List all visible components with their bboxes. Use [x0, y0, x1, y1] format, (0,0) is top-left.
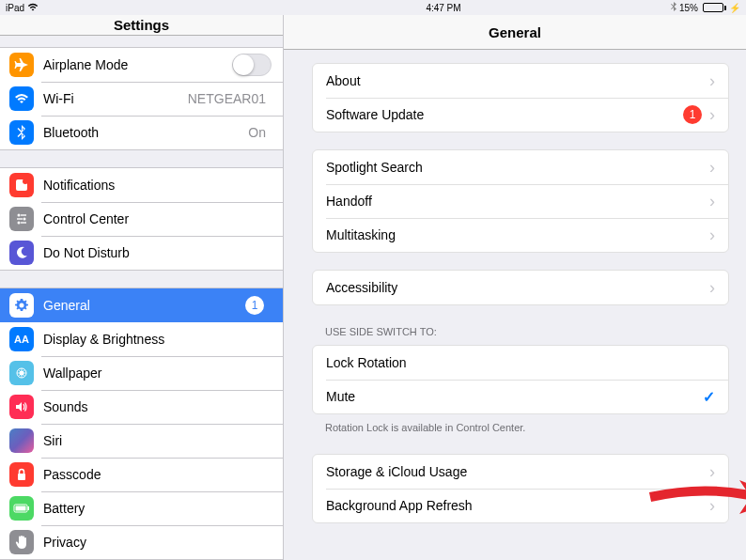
status-left: iPad	[6, 3, 39, 13]
battery-percent: 15%	[679, 3, 698, 13]
control-center-icon	[9, 207, 34, 231]
detail-group-about: About › Software Update 1 ›	[312, 63, 729, 132]
detail-item-about[interactable]: About ›	[313, 64, 728, 98]
detail-item-spotlight[interactable]: Spotlight Search ›	[313, 150, 728, 184]
bluetooth-value: On	[248, 125, 266, 140]
detail-group-storage: Storage & iCloud Usage › Background App …	[312, 454, 729, 523]
side-switch-header: USE SIDE SWITCH TO:	[284, 322, 746, 341]
dnd-label: Do Not Disturb	[43, 245, 272, 260]
status-bar: iPad 4:47 PM 15% ⚡	[0, 0, 746, 15]
sidebar-item-display[interactable]: AA Display & Brightness	[0, 322, 283, 356]
airplane-toggle[interactable]	[232, 54, 272, 76]
airplane-icon	[9, 53, 34, 77]
wifi-icon	[9, 86, 34, 111]
svg-rect-7	[21, 222, 26, 223]
lock-icon	[9, 462, 34, 487]
sidebar-title: Settings	[0, 15, 283, 36]
chevron-right-icon: ›	[709, 497, 715, 514]
accessibility-label: Accessibility	[326, 280, 709, 295]
moon-icon	[9, 241, 34, 265]
software-update-label: Software Update	[326, 107, 683, 122]
svg-point-4	[23, 218, 26, 221]
sidebar-item-passcode[interactable]: Passcode	[0, 458, 283, 491]
sounds-label: Sounds	[43, 399, 272, 414]
sidebar-item-controlcenter[interactable]: Control Center	[0, 202, 283, 236]
notifications-icon	[9, 173, 34, 197]
background-refresh-label: Background App Refresh	[326, 498, 709, 513]
passcode-label: Passcode	[43, 467, 272, 482]
detail-item-background-refresh[interactable]: Background App Refresh ›	[313, 489, 728, 522]
chevron-right-icon: ›	[709, 106, 715, 123]
sidebar-item-battery[interactable]: Battery	[0, 491, 283, 525]
checkmark-icon: ✓	[703, 388, 715, 406]
lock-rotation-label: Lock Rotation	[326, 355, 715, 370]
svg-point-6	[18, 222, 21, 225]
about-label: About	[326, 73, 709, 88]
side-switch-footer: Rotation Lock is available in Control Ce…	[284, 418, 746, 437]
display-icon: AA	[9, 327, 34, 351]
chevron-right-icon: ›	[709, 193, 715, 210]
wifi-value: NETGEAR01	[188, 91, 266, 106]
handoff-label: Handoff	[326, 194, 709, 209]
chevron-right-icon: ›	[709, 279, 715, 296]
chevron-right-icon: ›	[709, 226, 715, 243]
detail-item-mute[interactable]: Mute ✓	[313, 380, 728, 413]
sidebar-item-wallpaper[interactable]: Wallpaper	[0, 356, 283, 390]
bluetooth-icon	[9, 120, 34, 145]
detail-item-multitasking[interactable]: Multitasking ›	[313, 218, 728, 252]
sidebar-item-wifi[interactable]: Wi-Fi NETGEAR01	[0, 82, 283, 116]
svg-point-1	[23, 179, 28, 184]
detail-title: General	[284, 15, 746, 50]
chevron-right-icon: ›	[709, 463, 715, 480]
detail-item-lock-rotation[interactable]: Lock Rotation	[313, 346, 728, 380]
device-name: iPad	[6, 3, 24, 13]
sidebar-item-dnd[interactable]: Do Not Disturb	[0, 236, 283, 270]
sidebar-item-notifications[interactable]: Notifications	[0, 168, 283, 202]
detail-group-side-switch: Lock Rotation Mute ✓	[312, 345, 729, 414]
detail-group-search: Spotlight Search › Handoff › Multitaskin…	[312, 149, 729, 253]
speaker-icon	[9, 395, 34, 419]
settings-sidebar[interactable]: Settings Airplane Mode Wi-Fi NETGEAR01	[0, 15, 284, 560]
svg-rect-14	[28, 506, 30, 510]
bluetooth-label: Bluetooth	[43, 125, 248, 140]
sidebar-item-bluetooth[interactable]: Bluetooth On	[0, 116, 283, 149]
detail-item-software-update[interactable]: Software Update 1 ›	[313, 98, 728, 132]
svg-rect-5	[17, 218, 23, 219]
hand-icon	[9, 530, 34, 554]
detail-pane[interactable]: General About › Software Update 1 › Spot…	[284, 15, 746, 560]
detail-item-storage[interactable]: Storage & iCloud Usage ›	[313, 455, 728, 489]
sidebar-item-siri[interactable]: Siri	[0, 424, 283, 458]
sidebar-item-airplane[interactable]: Airplane Mode	[0, 48, 283, 82]
wallpaper-icon	[9, 361, 34, 385]
sidebar-item-privacy[interactable]: Privacy	[0, 525, 283, 559]
status-time: 4:47 PM	[426, 3, 460, 13]
battery-label: Battery	[43, 501, 272, 516]
sidebar-item-general[interactable]: General 1	[0, 288, 283, 322]
sidebar-item-sounds[interactable]: Sounds	[0, 390, 283, 424]
gear-icon	[9, 293, 34, 318]
detail-item-accessibility[interactable]: Accessibility ›	[313, 271, 728, 304]
controlcenter-label: Control Center	[43, 211, 272, 226]
charging-icon: ⚡	[729, 3, 740, 13]
sidebar-group-notifications: Notifications Control Center Do Not Dist…	[0, 167, 283, 271]
siri-label: Siri	[43, 433, 272, 448]
display-label: Display & Brightness	[43, 332, 272, 347]
wallpaper-label: Wallpaper	[43, 366, 272, 381]
detail-item-handoff[interactable]: Handoff ›	[313, 184, 728, 218]
spotlight-label: Spotlight Search	[326, 160, 709, 175]
svg-rect-13	[16, 506, 26, 511]
svg-text:AA: AA	[14, 334, 29, 345]
status-right: 15% ⚡	[671, 2, 740, 13]
chevron-right-icon: ›	[709, 159, 715, 176]
sidebar-group-settings: General 1 AA Display & Brightness Wallpa…	[0, 288, 283, 560]
svg-point-2	[18, 214, 21, 217]
siri-icon	[9, 428, 34, 453]
svg-rect-11	[18, 474, 25, 480]
chevron-right-icon: ›	[709, 72, 715, 89]
sidebar-group-connectivity: Airplane Mode Wi-Fi NETGEAR01 Bluetooth …	[0, 47, 283, 150]
multitasking-label: Multitasking	[326, 227, 709, 242]
general-badge: 1	[245, 296, 264, 315]
mute-label: Mute	[326, 389, 703, 404]
bluetooth-status-icon	[671, 2, 676, 13]
software-update-badge: 1	[683, 105, 702, 124]
